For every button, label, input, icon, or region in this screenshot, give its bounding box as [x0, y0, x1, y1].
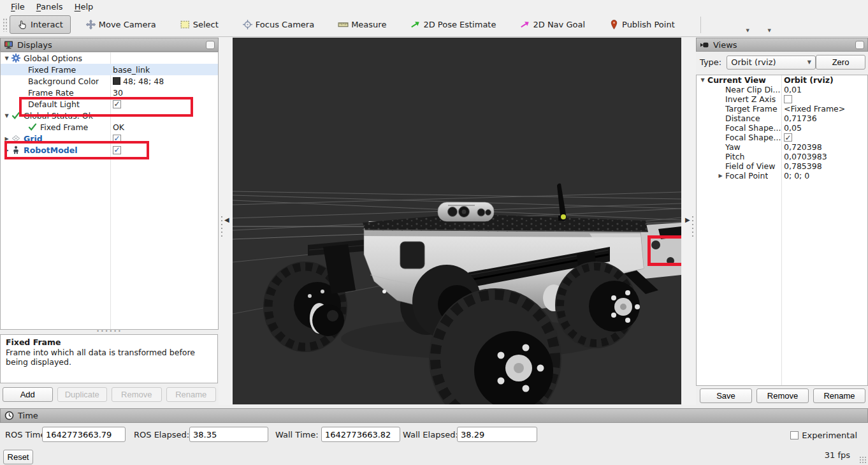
checkbox-checked[interactable]: ✓ — [784, 133, 792, 142]
tree-row-fixed-frame[interactable]: Fixed Framebase_link — [1, 64, 218, 75]
menu-panels[interactable]: Panels — [31, 1, 69, 12]
expander-right-icon[interactable]: ▶ — [2, 136, 11, 142]
chevron-down-icon[interactable]: ▼ — [767, 28, 770, 33]
3d-viewport[interactable] — [233, 38, 681, 404]
menu-file[interactable]: File — [5, 1, 31, 12]
tree-row-robotmodel[interactable]: ▶RobotModel✓ — [1, 144, 218, 156]
row-value[interactable]: ✓ — [784, 133, 792, 142]
checkbox-unchecked[interactable] — [784, 95, 792, 103]
left-panel-splitter[interactable]: ◀ — [219, 38, 233, 405]
row-value[interactable]: ✓ — [113, 100, 121, 108]
chevron-down-icon[interactable]: ▼ — [746, 28, 749, 33]
row-value[interactable]: <Fixed Frame> — [784, 104, 845, 114]
experimental-checkbox[interactable] — [790, 431, 799, 439]
displays-panel: Displays ▼Global OptionsFixed Framebase_… — [0, 38, 219, 405]
robot-icon — [11, 145, 22, 154]
expander-right-icon[interactable]: ▶ — [2, 147, 11, 153]
tree-row-background-color[interactable]: Background Color48; 48; 48 — [1, 75, 218, 87]
row-value[interactable]: 30 — [113, 88, 123, 98]
row-value[interactable]: 0,785398 — [784, 161, 822, 171]
tool-focus-camera[interactable]: Focus Camera — [239, 15, 317, 34]
zero-button[interactable]: Zero — [816, 55, 865, 70]
reset-button[interactable]: Reset — [3, 450, 33, 464]
experimental-toggle: Experimental — [790, 431, 857, 440]
tree-row-fixed-frame[interactable]: Fixed FrameOK — [1, 121, 218, 133]
tree-row-default-light[interactable]: Default Light✓ — [1, 98, 218, 110]
tree-row-yaw[interactable]: Yaw0,720398 — [697, 142, 867, 152]
view-rename-button[interactable]: Rename — [813, 388, 865, 403]
tree-row-frame-rate[interactable]: Frame Rate30 — [1, 87, 218, 98]
view-type-dropdown[interactable]: Orbit (rviz) ▼ — [727, 55, 816, 70]
collapse-left-arrow-icon[interactable]: ◀ — [224, 216, 229, 223]
ruler-icon — [338, 19, 349, 30]
row-value[interactable]: ✓ — [113, 135, 121, 143]
window-resize-grip[interactable] — [859, 456, 867, 464]
wall-elapsed-input[interactable] — [457, 427, 537, 442]
collapse-right-arrow-icon[interactable]: ▶ — [685, 216, 690, 223]
tree-row-grid[interactable]: ▶Grid✓ — [1, 133, 218, 144]
tree-row-near-clip-di[interactable]: Near Clip Di...0,01 — [697, 85, 867, 94]
tool-select[interactable]: Select — [177, 15, 222, 34]
tree-row-target-frame[interactable]: Target Frame<Fixed Frame> — [697, 104, 867, 114]
tool-2d-pose-estimate[interactable]: 2D Pose Estimate — [407, 15, 499, 34]
expander-down-icon[interactable]: ▼ — [2, 113, 11, 119]
display-add-button[interactable]: Add — [3, 387, 53, 402]
checkbox-checked[interactable]: ✓ — [113, 100, 121, 108]
panel-float-button[interactable] — [855, 41, 864, 49]
tool-visibility-button[interactable]: ▼ — [752, 16, 771, 34]
tree-row-current-view[interactable]: ▼Current ViewOrbit (rviz) — [697, 75, 867, 85]
tree-row-focal-shape[interactable]: Focal Shape...✓ — [697, 133, 867, 142]
row-value[interactable]: 48; 48; 48 — [113, 77, 164, 86]
tree-row-distance[interactable]: Distance0,71736 — [697, 114, 867, 123]
remove-tool-button[interactable]: ▼ — [730, 16, 749, 34]
view-save-button[interactable]: Save — [700, 388, 752, 403]
toolbar: InteractMove CameraSelectFocus CameraMea… — [0, 13, 868, 37]
row-value[interactable]: 0,01 — [784, 85, 802, 94]
tree-row-focal-point[interactable]: ▶Focal Point0; 0; 0 — [697, 171, 867, 181]
wall-time-input[interactable] — [321, 427, 400, 442]
tree-row-focal-shape[interactable]: Focal Shape...0,05 — [697, 123, 867, 133]
value-text: 0,71736 — [784, 114, 817, 123]
tree-row-pitch[interactable]: Pitch0,0703983 — [697, 152, 867, 161]
ros-time-input[interactable] — [42, 427, 126, 442]
tool-2d-nav-goal[interactable]: 2D Nav Goal — [516, 15, 588, 34]
row-label: Background Color — [28, 77, 99, 86]
expander-down-icon[interactable]: ▼ — [698, 77, 707, 83]
tool-move-camera[interactable]: Move Camera — [82, 15, 159, 34]
row-value[interactable] — [784, 95, 792, 103]
tree-row-global-options[interactable]: ▼Global Options — [1, 52, 218, 64]
row-label: Distance — [725, 114, 760, 123]
ros-elapsed-input[interactable] — [189, 427, 268, 442]
expander-right-icon[interactable]: ▶ — [716, 173, 725, 179]
displays-panel-title: Displays — [0, 38, 219, 52]
clock-icon — [4, 411, 14, 420]
row-value[interactable]: Orbit (rviz) — [784, 75, 834, 85]
tool-interact[interactable]: Interact — [10, 15, 71, 34]
tool-measure[interactable]: Measure — [335, 15, 389, 34]
gear-icon — [11, 54, 22, 63]
tree-row-global-status-ok[interactable]: ▼Global Status: Ok — [1, 110, 218, 121]
add-tool-button[interactable] — [709, 16, 728, 34]
row-value[interactable]: 0,05 — [784, 123, 802, 133]
tool-publish-point[interactable]: Publish Point — [605, 15, 678, 34]
row-value[interactable]: base_link — [113, 65, 150, 75]
row-value[interactable]: 0,71736 — [784, 114, 817, 123]
tree-row-invert-z-axis[interactable]: Invert Z Axis — [697, 94, 867, 104]
crosshair-icon — [242, 19, 253, 30]
checkbox-checked[interactable]: ✓ — [113, 135, 121, 143]
displays-buttons: AddDuplicateRemoveRename — [3, 387, 216, 402]
row-value[interactable]: 0; 0; 0 — [784, 171, 809, 181]
expander-down-icon[interactable]: ▼ — [2, 55, 11, 61]
tree-row-field-of-view[interactable]: Field of View0,785398 — [697, 161, 867, 171]
panel-float-button[interactable] — [206, 41, 215, 49]
right-panel-splitter[interactable]: ▶ — [681, 38, 696, 405]
row-value[interactable]: 0,720398 — [784, 142, 822, 152]
menu-help[interactable]: Help — [69, 1, 99, 12]
view-remove-button[interactable]: Remove — [756, 388, 809, 403]
checkbox-checked[interactable]: ✓ — [113, 146, 121, 154]
row-value[interactable]: OK — [113, 122, 124, 132]
help-splitter-handle[interactable]: •••••• — [0, 330, 219, 334]
row-value[interactable]: 0,0703983 — [784, 152, 827, 161]
row-value[interactable]: ✓ — [113, 146, 121, 154]
toolbar-drag-handle[interactable] — [3, 18, 7, 32]
